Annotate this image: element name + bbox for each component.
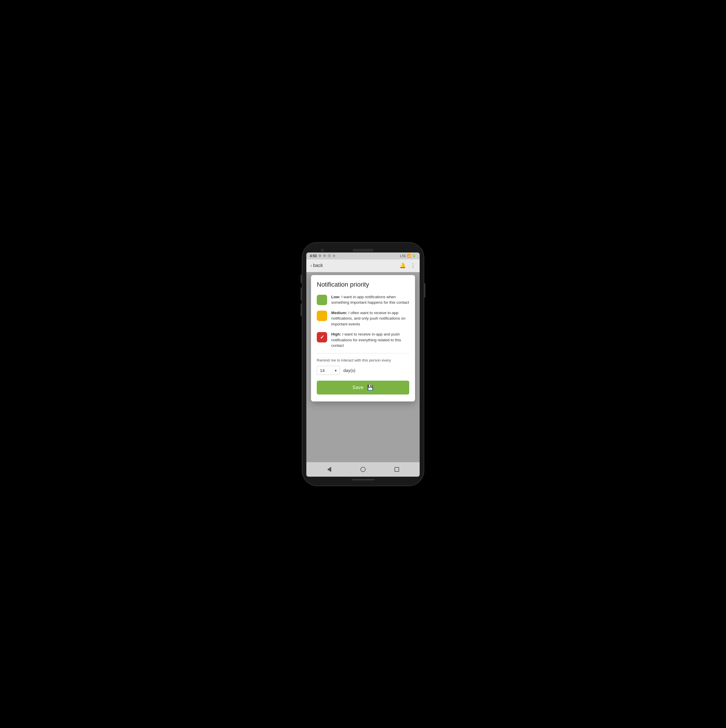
status-right: LTE 📶 🔋: [400, 254, 416, 258]
recents-nav-button[interactable]: [392, 465, 401, 474]
save-button[interactable]: Save 💾: [317, 381, 409, 395]
save-disk-icon: 💾: [367, 384, 374, 391]
status-bar: 4:53 ⚙ ⚙ Ⓐ ⊘ LTE 📶 🔋: [307, 252, 419, 260]
silent-button: [300, 303, 302, 317]
modal-title: Notification priority: [317, 281, 409, 288]
back-triangle-icon: [327, 467, 331, 472]
medium-priority-icon: [317, 310, 327, 321]
home-nav-button[interactable]: [358, 465, 368, 474]
nav-actions: 🔔 ⋮: [400, 262, 416, 269]
remind-row: 14 ▾ day(s): [317, 366, 409, 375]
status-left: 4:53 ⚙ ⚙ Ⓐ ⊘: [310, 254, 335, 258]
status-time: 4:53: [310, 254, 317, 258]
high-description: I want to receive in-app and push notifi…: [331, 332, 401, 348]
high-priority-icon: ✓: [317, 332, 327, 343]
low-priority-icon: [317, 295, 327, 305]
circle-slash-icon: ⊘: [332, 254, 335, 258]
modal-overlay: Notification priority Low: I want in-app…: [307, 272, 419, 462]
phone-top: [307, 247, 419, 252]
low-description: I want in-app notifications when somethi…: [331, 295, 409, 305]
bell-icon[interactable]: 🔔: [400, 262, 406, 269]
signal-icon: 📶: [407, 254, 411, 258]
bottom-nav: [307, 462, 419, 477]
dropdown-arrow-icon: ▾: [335, 368, 337, 373]
nav-bar: ‹ back 🔔 ⋮: [307, 260, 419, 272]
days-unit-label: day(s): [343, 368, 355, 373]
recents-square-icon: [395, 467, 399, 472]
modal-divider: [317, 353, 409, 353]
day-select[interactable]: 14 ▾: [317, 366, 340, 375]
front-camera: [321, 249, 324, 252]
volume-down-button: [300, 288, 302, 301]
home-circle-icon: [360, 467, 366, 472]
phone-frame: 4:53 ⚙ ⚙ Ⓐ ⊘ LTE 📶 🔋 ‹ back 🔔 ⋮: [302, 243, 424, 486]
home-indicator: [351, 479, 375, 480]
volume-up-button: [300, 274, 302, 283]
chevron-left-icon: ‹: [310, 263, 312, 268]
day-select-value: 14: [320, 368, 325, 373]
high-priority-option[interactable]: ✓ High: I want to receive in-app and pus…: [317, 332, 409, 349]
settings-icon-1: ⚙: [319, 254, 321, 258]
notification-priority-modal: Notification priority Low: I want in-app…: [311, 275, 415, 402]
back-nav-button[interactable]: [325, 465, 334, 474]
medium-priority-option[interactable]: Medium: I often want to receive in-app n…: [317, 310, 409, 327]
low-label: Low:: [331, 295, 340, 299]
power-button: [424, 283, 426, 298]
lte-label: LTE: [400, 254, 406, 258]
phone-bottom: [307, 477, 419, 482]
low-priority-option[interactable]: Low: I want in-app notifications when so…: [317, 294, 409, 306]
screen-content: c c m D 2 February 1983 Twitter @mikedev…: [307, 272, 419, 462]
save-label: Save: [352, 385, 364, 390]
medium-priority-text: Medium: I often want to receive in-app n…: [331, 310, 409, 327]
phone-screen: 4:53 ⚙ ⚙ Ⓐ ⊘ LTE 📶 🔋 ‹ back 🔔 ⋮: [307, 252, 419, 477]
battery-icon: 🔋: [412, 254, 416, 258]
high-priority-text: High: I want to receive in-app and push …: [331, 332, 409, 349]
android-icon: Ⓐ: [328, 254, 331, 258]
more-options-icon[interactable]: ⋮: [410, 262, 416, 269]
settings-icon-2: ⚙: [323, 254, 326, 258]
back-label: back: [313, 263, 323, 268]
earpiece-speaker: [353, 249, 373, 251]
remind-label: Remind me to interact with this person e…: [317, 358, 409, 362]
low-priority-text: Low: I want in-app notifications when so…: [331, 294, 409, 306]
medium-label: Medium:: [331, 310, 348, 315]
checkmark-icon: ✓: [320, 334, 324, 340]
back-button[interactable]: ‹ back: [310, 263, 323, 268]
high-label: High:: [331, 332, 341, 336]
